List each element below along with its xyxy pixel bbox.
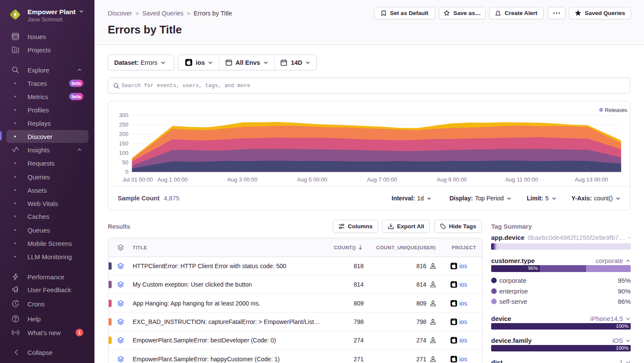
svg-text:Aug 7 00:00: Aug 7 00:00 (367, 176, 397, 183)
svg-text:Aug 9 00:00: Aug 9 00:00 (437, 176, 467, 183)
svg-text:300: 300 (119, 112, 128, 118)
svg-text:150: 150 (119, 140, 128, 147)
svg-text:100: 100 (119, 150, 128, 156)
svg-text:Jul 31 00:00: Jul 31 00:00 (122, 176, 153, 183)
svg-text:200: 200 (119, 131, 128, 137)
svg-text:250: 250 (119, 121, 128, 128)
svg-text:Releases: Releases (605, 107, 627, 113)
svg-text:50: 50 (122, 159, 128, 166)
svg-text:Aug 1 00:00: Aug 1 00:00 (158, 176, 188, 183)
svg-text:Aug 5 00:00: Aug 5 00:00 (297, 176, 327, 183)
svg-text:Aug 3 00:00: Aug 3 00:00 (227, 176, 257, 183)
svg-text:0: 0 (125, 169, 128, 175)
svg-text:Aug 11 00:00: Aug 11 00:00 (505, 176, 538, 183)
svg-text:Aug 13 00:00: Aug 13 00:00 (575, 176, 608, 183)
